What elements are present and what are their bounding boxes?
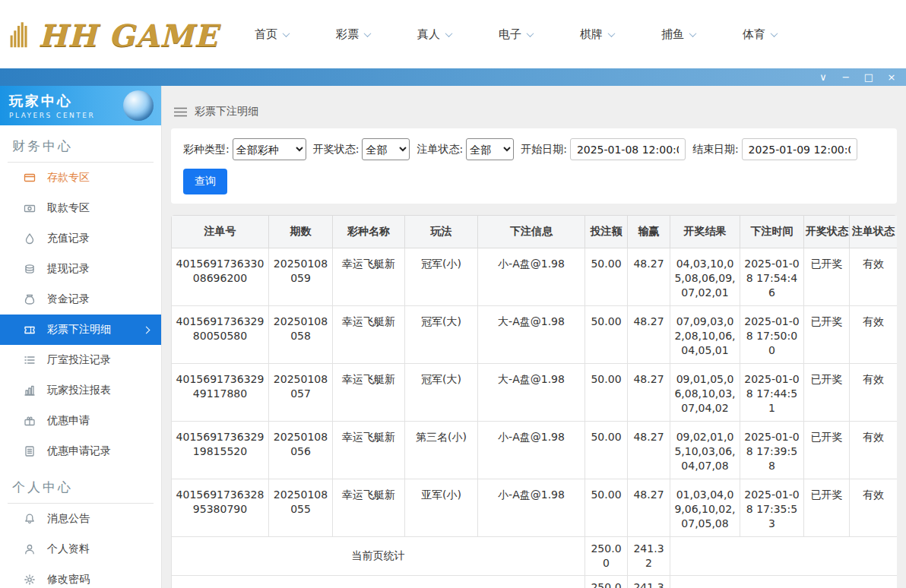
filter-order-status: 注单状态: 全部	[417, 138, 514, 160]
menu-icon[interactable]	[174, 107, 187, 117]
table-row[interactable]: 40156917363294911788020250108057幸运飞艇新冠军(…	[172, 364, 898, 422]
page-title: 彩票下注明细	[195, 105, 258, 119]
list-icon	[23, 353, 36, 367]
start-date-input[interactable]	[570, 138, 686, 160]
nav-item-home[interactable]: 首页	[255, 27, 289, 42]
summary-empty-cell	[670, 575, 898, 588]
draw-status-select[interactable]: 全部	[362, 138, 410, 160]
summary-label: 当前页统计	[172, 537, 585, 576]
table-cell: 20250108057	[269, 364, 333, 422]
table-cell: 401569173632895380790	[172, 479, 269, 537]
table-cell: 幸运飞艇新	[333, 422, 405, 479]
gift-icon	[23, 414, 36, 428]
main-content: 彩票下注明细 彩种类型: 全部彩种 开奖状态: 全部	[162, 86, 906, 588]
table-cell: 大-A盘@1.98	[478, 306, 585, 364]
table-cell: 有效	[850, 364, 898, 422]
table-cell: 20250108058	[269, 306, 333, 364]
nav-item-live-casino[interactable]: 真人	[417, 27, 451, 42]
column-header: 注单号	[172, 216, 269, 248]
sidebar-item-change-password[interactable]: 修改密码	[0, 564, 161, 588]
bell-icon	[23, 512, 36, 526]
sidebar-section: 财务中心存款专区取款专区充值记录提现记录资金记录彩票下注明细厅室投注记录玩家投注…	[0, 125, 161, 466]
moneybag-icon	[23, 292, 36, 306]
nav-item-sports[interactable]: 体育	[743, 27, 777, 42]
table-row[interactable]: 40156917363298005058020250108058幸运飞艇新冠军(…	[172, 306, 898, 364]
sidebar-item-label: 优惠申请记录	[47, 444, 111, 458]
column-header: 期数	[269, 216, 333, 248]
nav-item-label: 电子	[499, 27, 521, 42]
order-status-select[interactable]: 全部	[466, 138, 514, 160]
logo-bars-icon	[9, 17, 36, 51]
end-date-input[interactable]	[742, 138, 857, 160]
lottery-type-label: 彩种类型:	[183, 143, 230, 156]
minimize-icon[interactable]: −	[841, 72, 851, 82]
chevron-down-icon	[283, 30, 290, 37]
sidebar-item-player-bet-report[interactable]: 玩家投注报表	[0, 375, 161, 406]
sidebar-item-withdraw-zone[interactable]: 取款专区	[0, 193, 161, 223]
body-row: 玩家中心 PLAYERS CENTER 财务中心存款专区取款专区充值记录提现记录…	[0, 86, 906, 588]
lottery-type-select[interactable]: 全部彩种	[233, 138, 306, 160]
table-cell: 2025-01-08 17:54:46	[740, 248, 804, 306]
bet-table: 注单号期数彩种名称玩法下注信息投注额输赢开奖结果下注时间开奖状态注单状态 401…	[171, 215, 897, 588]
table-row[interactable]: 40156917363300869620020250108059幸运飞艇新冠军(…	[172, 248, 898, 306]
table-row[interactable]: 40156917363291981552020250108056幸运飞艇新第三名…	[172, 422, 898, 479]
drop-icon	[23, 232, 36, 245]
sidebar-item-lottery-bet-details[interactable]: 彩票下注明细	[0, 315, 161, 345]
column-header: 开奖结果	[670, 216, 740, 248]
nav-item-label: 彩票	[336, 27, 359, 42]
sidebar-item-hall-bet-records[interactable]: 厅室投注记录	[0, 345, 161, 375]
bet-table-card: 注单号期数彩种名称玩法下注信息投注额输赢开奖结果下注时间开奖状态注单状态 401…	[171, 215, 897, 588]
sidebar-item-announcements[interactable]: 消息公告	[0, 504, 161, 534]
collapse-icon[interactable]: ∨	[818, 72, 828, 82]
table-cell: 20250108059	[269, 248, 333, 306]
summary-winloss-total: 241.32	[628, 575, 670, 588]
table-cell: 401569173632919815520	[172, 422, 269, 479]
sidebar-item-promo-apply[interactable]: 优惠申请	[0, 406, 161, 436]
maximize-icon[interactable]: □	[863, 72, 874, 82]
sidebar-item-label: 玩家投注报表	[47, 384, 111, 397]
nav-item-lottery[interactable]: 彩票	[336, 27, 370, 42]
column-header: 开奖状态	[804, 216, 850, 248]
summary-row: 当前页统计250.00241.32	[172, 537, 898, 576]
doc-icon	[23, 444, 36, 458]
nav-item-electronic[interactable]: 电子	[499, 27, 533, 42]
table-cell: 50.00	[585, 479, 628, 537]
sidebar-item-promo-apply-records[interactable]: 优惠申请记录	[0, 436, 161, 466]
table-cell: 幸运飞艇新	[333, 479, 405, 537]
sidebar-item-deposit-zone[interactable]: 存款专区	[0, 163, 161, 193]
sidebar-item-withdrawal-records[interactable]: 提现记录	[0, 254, 161, 284]
table-row[interactable]: 40156917363289538079020250108055幸运飞艇新亚军(…	[172, 479, 898, 537]
ticket-icon	[23, 323, 36, 337]
nav-item-label: 棋牌	[580, 27, 603, 42]
chevron-down-icon	[771, 30, 778, 37]
sidebar-item-recharge-records[interactable]: 充值记录	[0, 223, 161, 254]
table-cell: 已开奖	[804, 422, 850, 479]
nav-item-fishing[interactable]: 捕鱼	[661, 27, 695, 42]
sidebar-item-funds-records[interactable]: 资金记录	[0, 284, 161, 315]
sidebar-item-profile[interactable]: 个人资料	[0, 534, 161, 564]
table-cell: 401569173632949117880	[172, 364, 269, 422]
logo[interactable]: HH GAME	[9, 17, 218, 51]
decor-ball-image	[123, 90, 154, 121]
summary-row: 总统计250.00241.32	[172, 575, 898, 588]
table-cell: 冠军(大)	[405, 364, 478, 422]
column-header: 下注信息	[478, 216, 585, 248]
table-cell: 07,09,03,02,08,10,06,04,05,01	[670, 306, 740, 364]
search-button[interactable]: 查询	[183, 169, 227, 194]
nav-item-board-games[interactable]: 棋牌	[580, 27, 614, 42]
close-icon[interactable]: ×	[886, 72, 897, 82]
sidebar-item-label: 消息公告	[47, 512, 90, 526]
table-cell: 幸运飞艇新	[333, 248, 405, 306]
table-cell: 冠军(大)	[405, 306, 478, 364]
column-header: 注单状态	[850, 216, 898, 248]
table-cell: 第三名(小)	[405, 422, 478, 479]
table-cell: 有效	[850, 306, 898, 364]
table-cell: 401569173632980050580	[172, 306, 269, 364]
table-cell: 401569173633008696200	[172, 248, 269, 306]
nav-item-label: 真人	[417, 27, 440, 42]
table-cell: 09,02,01,05,10,03,06,04,07,08	[670, 422, 740, 479]
end-date-label: 结束日期:	[692, 143, 739, 156]
summary-bet-total: 250.00	[585, 575, 628, 588]
draw-status-label: 开奖状态:	[313, 143, 360, 156]
start-date-label: 开始日期:	[521, 143, 567, 156]
